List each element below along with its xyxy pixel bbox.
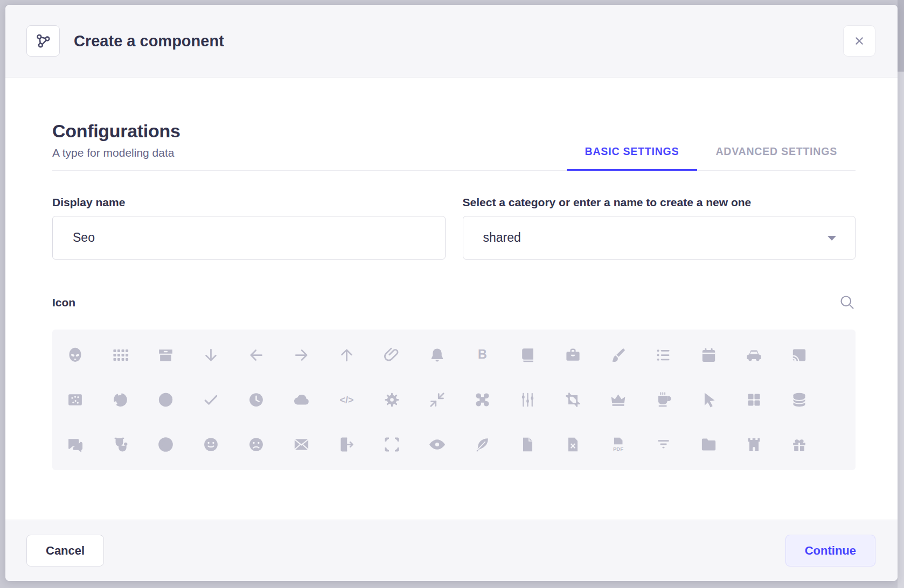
envelope-icon[interactable] (279, 422, 324, 467)
svg-text:B: B (478, 347, 487, 361)
dashboard-icon[interactable] (731, 377, 776, 422)
file-error-icon[interactable] (550, 422, 595, 467)
connector-icon[interactable] (505, 377, 550, 422)
crop-icon[interactable] (550, 377, 595, 422)
calendar-icon[interactable] (686, 333, 731, 377)
emotion-unhappy-icon[interactable] (233, 422, 279, 467)
expand-icon[interactable] (369, 422, 414, 467)
arrow-left-icon[interactable] (233, 333, 279, 377)
cursor-icon[interactable] (686, 377, 731, 422)
modal-header: Create a component (5, 5, 898, 78)
eye-icon[interactable] (414, 422, 460, 467)
section-heading-block: Configurations A type for modeling data (52, 121, 180, 170)
gate-icon[interactable] (731, 422, 776, 467)
attachment-icon[interactable] (369, 333, 414, 377)
bell-icon[interactable] (414, 333, 460, 377)
section-heading: Configurations (52, 121, 180, 142)
folder-icon[interactable] (686, 422, 731, 467)
modal-title: Create a component (74, 32, 224, 50)
svg-text:</>: </> (339, 395, 353, 405)
briefcase-icon[interactable] (550, 333, 595, 377)
icon-picker-section: Icon B</>PDF (52, 294, 856, 470)
category-select[interactable]: shared (463, 216, 856, 260)
close-icon (852, 34, 866, 48)
arrow-right-icon[interactable] (279, 333, 324, 377)
chart-circle-icon[interactable] (98, 377, 143, 422)
tab-advanced-settings[interactable]: ADVANCED SETTINGS (697, 145, 856, 171)
cloud-icon[interactable] (279, 377, 324, 422)
display-name-label: Display name (52, 196, 446, 209)
bullet-list-icon[interactable] (641, 333, 686, 377)
arrow-down-icon[interactable] (188, 333, 233, 377)
continue-button[interactable]: Continue (785, 535, 875, 566)
discuss-icon[interactable] (52, 422, 98, 467)
display-name-field: Display name (52, 196, 446, 260)
modal-footer: Cancel Continue (5, 520, 898, 581)
earth-icon[interactable] (143, 422, 188, 467)
alien-icon[interactable] (52, 333, 98, 377)
chart-bubble-icon[interactable] (52, 377, 98, 422)
icon-picker-header: Icon (52, 294, 856, 311)
command-icon[interactable] (460, 377, 505, 422)
create-component-modal: Create a component Configurations A type… (5, 5, 898, 581)
clock-icon[interactable] (233, 377, 279, 422)
cup-icon[interactable] (641, 377, 686, 422)
database-icon[interactable] (776, 377, 822, 422)
chart-pie-icon[interactable] (143, 377, 188, 422)
archive-icon[interactable] (143, 333, 188, 377)
doctor-icon[interactable] (98, 422, 143, 467)
icon-grid: B</>PDF (52, 330, 856, 470)
page-backdrop (898, 0, 904, 588)
section-header-row: Configurations A type for modeling data … (52, 121, 856, 171)
book-icon[interactable] (505, 333, 550, 377)
cancel-button[interactable]: Cancel (26, 535, 104, 566)
search-icon[interactable] (839, 294, 856, 311)
display-name-input[interactable] (52, 216, 446, 260)
apps-icon[interactable] (98, 333, 143, 377)
car-icon[interactable] (731, 333, 776, 377)
modal-body: Configurations A type for modeling data … (5, 78, 898, 520)
file-icon[interactable] (505, 422, 550, 467)
section-subheading: A type for modeling data (52, 146, 180, 159)
gift-icon[interactable] (776, 422, 822, 467)
crown-icon[interactable] (595, 377, 641, 422)
file-pdf-icon[interactable]: PDF (595, 422, 641, 467)
arrow-up-icon[interactable] (324, 333, 369, 377)
category-label: Select a category or enter a name to cre… (463, 196, 856, 209)
settings-tabs: BASIC SETTINGSADVANCED SETTINGS (567, 145, 856, 170)
collapse-icon[interactable] (414, 377, 460, 422)
emotion-happy-icon[interactable] (188, 422, 233, 467)
category-select-value: shared (483, 230, 521, 245)
cast-icon[interactable] (776, 333, 822, 377)
check-icon[interactable] (188, 377, 233, 422)
exit-icon[interactable] (324, 422, 369, 467)
filter-icon[interactable] (641, 422, 686, 467)
component-icon (26, 25, 60, 57)
cog-icon[interactable] (369, 377, 414, 422)
close-button[interactable] (843, 25, 875, 57)
bold-icon[interactable]: B (460, 333, 505, 377)
code-icon[interactable]: </> (324, 377, 369, 422)
category-field: Select a category or enter a name to cre… (463, 196, 856, 260)
icon-picker-label: Icon (52, 296, 75, 309)
fields-row: Display name Select a category or enter … (52, 196, 856, 260)
brush-icon[interactable] (595, 333, 641, 377)
feather-icon[interactable] (460, 422, 505, 467)
chevron-down-icon (825, 231, 839, 245)
svg-text:PDF: PDF (613, 446, 623, 452)
tab-basic-settings[interactable]: BASIC SETTINGS (567, 145, 698, 171)
